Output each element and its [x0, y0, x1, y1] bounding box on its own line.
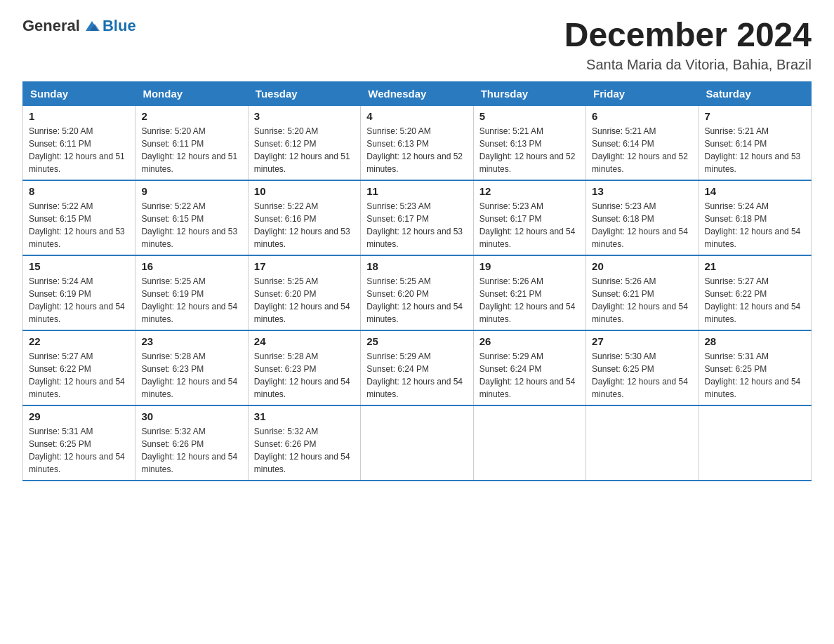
day-number: 10	[254, 185, 355, 197]
day-number: 2	[141, 110, 241, 122]
day-info: Sunrise: 5:22 AMSunset: 6:16 PMDaylight:…	[254, 200, 355, 250]
calendar-cell	[586, 405, 699, 481]
calendar-cell: 12Sunrise: 5:23 AMSunset: 6:17 PMDayligh…	[473, 180, 585, 255]
day-number: 12	[479, 185, 580, 197]
day-info: Sunrise: 5:31 AMSunset: 6:25 PMDaylight:…	[29, 425, 129, 476]
calendar-cell	[361, 405, 473, 481]
calendar-cell: 5Sunrise: 5:21 AMSunset: 6:13 PMDaylight…	[473, 105, 585, 180]
day-info: Sunrise: 5:21 AMSunset: 6:13 PMDaylight:…	[479, 125, 580, 175]
calendar-cell: 19Sunrise: 5:26 AMSunset: 6:21 PMDayligh…	[473, 255, 585, 330]
calendar-cell: 23Sunrise: 5:28 AMSunset: 6:23 PMDayligh…	[135, 330, 248, 405]
calendar-cell: 17Sunrise: 5:25 AMSunset: 6:20 PMDayligh…	[248, 255, 360, 330]
day-info: Sunrise: 5:27 AMSunset: 6:22 PMDaylight:…	[29, 350, 129, 401]
day-number: 27	[592, 335, 692, 347]
day-info: Sunrise: 5:28 AMSunset: 6:23 PMDaylight:…	[254, 350, 355, 401]
calendar-week-4: 22Sunrise: 5:27 AMSunset: 6:22 PMDayligh…	[23, 330, 812, 405]
calendar-cell: 25Sunrise: 5:29 AMSunset: 6:24 PMDayligh…	[361, 330, 473, 405]
calendar-cell: 1Sunrise: 5:20 AMSunset: 6:11 PMDaylight…	[23, 105, 135, 180]
day-info: Sunrise: 5:26 AMSunset: 6:21 PMDaylight:…	[479, 275, 580, 326]
location-title: Santa Maria da Vitoria, Bahia, Brazil	[564, 57, 812, 73]
title-block: December 2024 Santa Maria da Vitoria, Ba…	[564, 17, 812, 73]
day-number: 22	[29, 335, 129, 347]
day-info: Sunrise: 5:28 AMSunset: 6:23 PMDaylight:…	[141, 350, 241, 401]
day-number: 4	[366, 110, 467, 122]
day-number: 8	[29, 185, 129, 197]
day-header-tuesday: Tuesday	[248, 81, 360, 105]
logo-icon	[84, 18, 100, 34]
month-title: December 2024	[564, 17, 812, 54]
calendar-cell: 15Sunrise: 5:24 AMSunset: 6:19 PMDayligh…	[23, 255, 135, 330]
calendar-cell: 4Sunrise: 5:20 AMSunset: 6:13 PMDaylight…	[361, 105, 473, 180]
logo-blue: Blue	[102, 17, 136, 35]
calendar-header-row: SundayMondayTuesdayWednesdayThursdayFrid…	[23, 81, 812, 105]
calendar-cell: 14Sunrise: 5:24 AMSunset: 6:18 PMDayligh…	[699, 180, 811, 255]
day-number: 9	[141, 185, 241, 197]
day-info: Sunrise: 5:23 AMSunset: 6:18 PMDaylight:…	[592, 200, 692, 250]
day-header-monday: Monday	[135, 81, 248, 105]
calendar-cell: 16Sunrise: 5:25 AMSunset: 6:19 PMDayligh…	[135, 255, 248, 330]
calendar-cell	[473, 405, 585, 481]
day-info: Sunrise: 5:22 AMSunset: 6:15 PMDaylight:…	[29, 200, 129, 250]
day-number: 25	[366, 335, 467, 347]
day-number: 21	[705, 260, 805, 272]
day-number: 28	[705, 335, 805, 347]
calendar-week-2: 8Sunrise: 5:22 AMSunset: 6:15 PMDaylight…	[23, 180, 812, 255]
day-info: Sunrise: 5:20 AMSunset: 6:13 PMDaylight:…	[366, 125, 467, 175]
day-info: Sunrise: 5:25 AMSunset: 6:19 PMDaylight:…	[141, 275, 241, 326]
day-header-thursday: Thursday	[473, 81, 585, 105]
day-info: Sunrise: 5:23 AMSunset: 6:17 PMDaylight:…	[366, 200, 467, 250]
day-number: 11	[366, 185, 467, 197]
day-number: 13	[592, 185, 692, 197]
day-info: Sunrise: 5:26 AMSunset: 6:21 PMDaylight:…	[592, 275, 692, 326]
day-header-friday: Friday	[586, 81, 699, 105]
day-header-sunday: Sunday	[23, 81, 135, 105]
day-info: Sunrise: 5:30 AMSunset: 6:25 PMDaylight:…	[592, 350, 692, 401]
calendar-cell: 20Sunrise: 5:26 AMSunset: 6:21 PMDayligh…	[586, 255, 699, 330]
day-number: 19	[479, 260, 580, 272]
calendar-cell: 30Sunrise: 5:32 AMSunset: 6:26 PMDayligh…	[135, 405, 248, 481]
calendar-cell: 31Sunrise: 5:32 AMSunset: 6:26 PMDayligh…	[248, 405, 360, 481]
calendar-cell: 3Sunrise: 5:20 AMSunset: 6:12 PMDaylight…	[248, 105, 360, 180]
day-info: Sunrise: 5:29 AMSunset: 6:24 PMDaylight:…	[366, 350, 467, 401]
calendar-cell: 29Sunrise: 5:31 AMSunset: 6:25 PMDayligh…	[23, 405, 135, 481]
day-header-wednesday: Wednesday	[361, 81, 473, 105]
calendar-cell: 24Sunrise: 5:28 AMSunset: 6:23 PMDayligh…	[248, 330, 360, 405]
calendar-week-3: 15Sunrise: 5:24 AMSunset: 6:19 PMDayligh…	[23, 255, 812, 330]
calendar-cell: 21Sunrise: 5:27 AMSunset: 6:22 PMDayligh…	[699, 255, 811, 330]
day-info: Sunrise: 5:23 AMSunset: 6:17 PMDaylight:…	[479, 200, 580, 250]
day-info: Sunrise: 5:20 AMSunset: 6:12 PMDaylight:…	[254, 125, 355, 175]
day-number: 6	[592, 110, 692, 122]
day-number: 3	[254, 110, 355, 122]
day-info: Sunrise: 5:25 AMSunset: 6:20 PMDaylight:…	[366, 275, 467, 326]
logo-general: General	[22, 17, 80, 35]
day-number: 5	[479, 110, 580, 122]
day-info: Sunrise: 5:29 AMSunset: 6:24 PMDaylight:…	[479, 350, 580, 401]
calendar-cell: 6Sunrise: 5:21 AMSunset: 6:14 PMDaylight…	[586, 105, 699, 180]
calendar-cell: 8Sunrise: 5:22 AMSunset: 6:15 PMDaylight…	[23, 180, 135, 255]
calendar-week-5: 29Sunrise: 5:31 AMSunset: 6:25 PMDayligh…	[23, 405, 812, 481]
day-header-saturday: Saturday	[699, 81, 811, 105]
day-number: 16	[141, 260, 241, 272]
day-info: Sunrise: 5:22 AMSunset: 6:15 PMDaylight:…	[141, 200, 241, 250]
day-info: Sunrise: 5:32 AMSunset: 6:26 PMDaylight:…	[141, 425, 241, 476]
day-number: 7	[705, 110, 805, 122]
calendar-cell: 9Sunrise: 5:22 AMSunset: 6:15 PMDaylight…	[135, 180, 248, 255]
day-number: 24	[254, 335, 355, 347]
day-info: Sunrise: 5:31 AMSunset: 6:25 PMDaylight:…	[705, 350, 805, 401]
day-number: 18	[366, 260, 467, 272]
calendar-cell: 26Sunrise: 5:29 AMSunset: 6:24 PMDayligh…	[473, 330, 585, 405]
calendar-week-1: 1Sunrise: 5:20 AMSunset: 6:11 PMDaylight…	[23, 105, 812, 180]
calendar-cell: 22Sunrise: 5:27 AMSunset: 6:22 PMDayligh…	[23, 330, 135, 405]
calendar-cell: 28Sunrise: 5:31 AMSunset: 6:25 PMDayligh…	[699, 330, 811, 405]
day-number: 20	[592, 260, 692, 272]
calendar-cell: 18Sunrise: 5:25 AMSunset: 6:20 PMDayligh…	[361, 255, 473, 330]
calendar-cell: 2Sunrise: 5:20 AMSunset: 6:11 PMDaylight…	[135, 105, 248, 180]
day-info: Sunrise: 5:24 AMSunset: 6:18 PMDaylight:…	[705, 200, 805, 250]
day-info: Sunrise: 5:21 AMSunset: 6:14 PMDaylight:…	[705, 125, 805, 175]
calendar-cell: 7Sunrise: 5:21 AMSunset: 6:14 PMDaylight…	[699, 105, 811, 180]
day-info: Sunrise: 5:24 AMSunset: 6:19 PMDaylight:…	[29, 275, 129, 326]
calendar-cell: 11Sunrise: 5:23 AMSunset: 6:17 PMDayligh…	[361, 180, 473, 255]
calendar-cell: 27Sunrise: 5:30 AMSunset: 6:25 PMDayligh…	[586, 330, 699, 405]
day-info: Sunrise: 5:25 AMSunset: 6:20 PMDaylight:…	[254, 275, 355, 326]
day-number: 15	[29, 260, 129, 272]
